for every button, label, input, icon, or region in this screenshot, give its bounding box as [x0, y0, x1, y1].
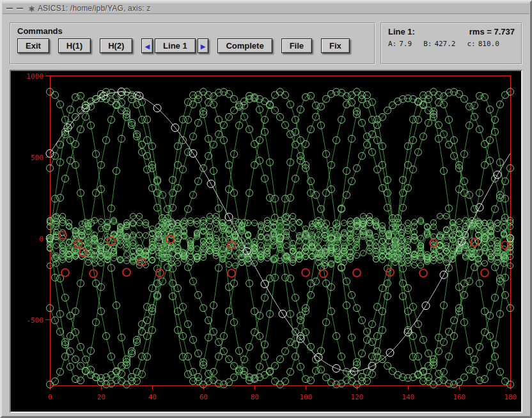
param-b: B:427.2: [423, 40, 455, 48]
commands-button-row: Exit H(1) H(2) ◀ Line 1 ▶ Complete File …: [11, 36, 374, 53]
control-row: Commands Exit H(1) H(2) ◀ Line 1 ▶ Compl…: [10, 22, 522, 65]
commands-panel: Commands Exit H(1) H(2) ◀ Line 1 ▶ Compl…: [10, 22, 375, 65]
line-select-button[interactable]: Line 1: [155, 38, 196, 53]
right-arrow-icon: ▶: [201, 43, 206, 50]
left-arrow-icon: ◀: [145, 43, 150, 50]
param-a: A:7.9: [388, 40, 412, 48]
commands-panel-label: Commands: [11, 24, 374, 36]
file-button[interactable]: File: [281, 38, 312, 53]
app-icon: ∗: [28, 4, 35, 13]
plot-panel: [10, 70, 522, 413]
app-window: ∗ ASICS1: /home/ipb/YAG, axis: z Command…: [0, 0, 532, 418]
fix-button[interactable]: Fix: [321, 38, 350, 53]
line-info-panel: Line 1: rms = 7.737 A:7.9 B:427.2 c:810.…: [380, 22, 522, 65]
exit-button[interactable]: Exit: [17, 38, 49, 53]
h1-button[interactable]: H(1): [58, 38, 91, 53]
window-iconify-icon[interactable]: [17, 8, 23, 10]
line-selector: ◀ Line 1 ▶: [141, 38, 208, 53]
line-info-title: Line 1:: [388, 27, 415, 36]
rms-value: rms = 7.737: [469, 27, 515, 36]
line-info-header: Line 1: rms = 7.737: [388, 27, 515, 36]
titlebar[interactable]: ∗ ASICS1: /home/ipb/YAG, axis: z: [3, 3, 529, 14]
prev-line-button[interactable]: ◀: [141, 38, 153, 53]
next-line-button[interactable]: ▶: [198, 38, 209, 53]
window-menu-icon[interactable]: [6, 8, 13, 10]
complete-button[interactable]: Complete: [217, 38, 272, 53]
window-content: Commands Exit H(1) H(2) ◀ Line 1 ▶ Compl…: [2, 15, 530, 417]
param-c: c:810.0: [467, 40, 499, 48]
window-title: ASICS1: /home/ipb/YAG, axis: z: [38, 4, 151, 13]
plot-canvas: [11, 71, 521, 412]
line-params: A:7.9 B:427.2 c:810.0: [388, 40, 515, 48]
h2-button[interactable]: H(2): [100, 38, 132, 53]
